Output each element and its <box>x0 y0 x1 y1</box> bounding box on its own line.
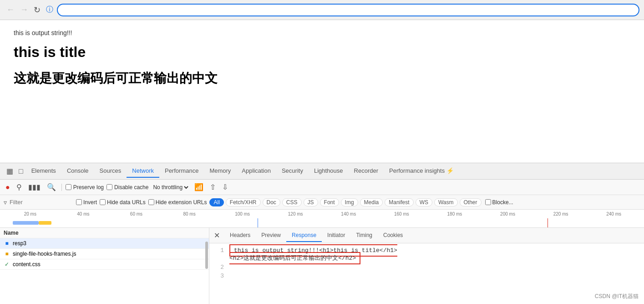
output-string: this is output string!!! <box>14 29 630 36</box>
tab-memory[interactable]: Memory <box>204 165 236 178</box>
name-column-header: Name <box>4 230 19 236</box>
dock-icon[interactable]: ▦ <box>4 165 16 177</box>
back-button[interactable]: ← <box>5 4 16 15</box>
file-list-pane: Name ■ resp3 ■ single-file-hooks-frames.… <box>0 228 209 304</box>
filter-tag-css[interactable]: CSS <box>282 198 302 206</box>
record-button[interactable]: ● <box>4 182 12 192</box>
file-row-hooks-frames[interactable]: ■ single-file-hooks-frames.js <box>0 249 209 259</box>
timeline-bar: 20 ms 40 ms 60 ms 80 ms 100 ms 120 ms 14… <box>0 210 644 228</box>
detail-tab-initiator[interactable]: Initiator <box>322 229 350 242</box>
file-row-resp3[interactable]: ■ resp3 <box>0 238 209 249</box>
filter-tag-wasm[interactable]: Wasm <box>434 198 458 206</box>
filter-tag-fetch-xhr[interactable]: Fetch/XHR <box>226 198 261 206</box>
page-heading: this is title <box>14 44 630 61</box>
throttle-select[interactable]: No throttling Fast 3G Slow 3G <box>151 184 190 191</box>
filter-bar: ▿ Invert Hide data URLs Hide extension U… <box>0 195 644 210</box>
filter-tag-font[interactable]: Font <box>320 198 339 206</box>
timeline-label-80: 80 ms <box>163 211 216 216</box>
response-line-3: 3 <box>215 273 639 279</box>
info-icon: ⓘ <box>46 5 53 15</box>
preserve-log-checkbox[interactable] <box>66 184 71 190</box>
response-line-1: 1 this is output string!!!<h1>this is ti… <box>215 247 639 262</box>
filter-tags: All Fetch/XHR Doc CSS JS Font Img Media … <box>209 198 513 206</box>
devtools-panel: ▦ □ Elements Console Sources Network Per… <box>0 163 644 304</box>
filter-tag-doc[interactable]: Doc <box>263 198 280 206</box>
scrollbar-thumb[interactable] <box>205 242 208 269</box>
invert-checkbox[interactable] <box>76 199 82 205</box>
filter-icon: ▿ <box>4 199 7 206</box>
file-name-hooks-frames: single-file-hooks-frames.js <box>13 251 205 257</box>
timeline-label-120: 120 ms <box>269 211 322 216</box>
filter-tag-other[interactable]: Other <box>460 198 482 206</box>
hide-extension-urls-label[interactable]: Hide extension URLs <box>148 199 207 206</box>
watermark: CSDN @IT机器猫 <box>595 293 639 300</box>
timeline-label-140: 140 ms <box>322 211 375 216</box>
hide-extension-urls-checkbox[interactable] <box>148 199 154 205</box>
browser-chrome: ← → ↻ ⓘ localhost:8080/WebDemo/resp3 <box>0 0 644 20</box>
filter-tag-img[interactable]: Img <box>341 198 358 206</box>
detail-close-button[interactable]: ✕ <box>213 230 221 241</box>
timeline-label-20: 20 ms <box>4 211 57 216</box>
detail-tab-preview[interactable]: Preview <box>256 229 286 242</box>
disable-cache-label[interactable]: Disable cache <box>106 184 148 191</box>
timeline-label-60: 60 ms <box>110 211 163 216</box>
file-icon-content-css: ✓ <box>4 261 10 268</box>
element-picker-icon[interactable]: □ <box>16 165 26 177</box>
response-line-2: 2 <box>215 264 639 271</box>
tab-performance-insights[interactable]: Performance insights ⚡ <box>384 165 459 178</box>
timeline-label-240: 240 ms <box>587 211 640 216</box>
detail-tab-response[interactable]: Response <box>286 229 322 242</box>
file-icon-resp3: ■ <box>4 240 10 247</box>
tab-performance[interactable]: Performance <box>159 165 204 178</box>
tab-network[interactable]: Network <box>127 165 159 178</box>
devtools-main: Name ■ resp3 ■ single-file-hooks-frames.… <box>0 228 644 304</box>
filter-tag-all[interactable]: All <box>209 198 223 206</box>
tab-elements[interactable]: Elements <box>26 165 61 178</box>
filter-input[interactable] <box>10 199 73 206</box>
tab-security[interactable]: Security <box>276 165 309 178</box>
timeline-label-180: 180 ms <box>428 211 482 216</box>
search-button[interactable]: 🔍 <box>45 182 58 192</box>
forward-button[interactable]: → <box>18 4 30 15</box>
blocked-label[interactable]: Blocke... <box>485 199 513 206</box>
invert-label[interactable]: Invert <box>76 199 97 206</box>
filter-tag-js[interactable]: JS <box>304 198 318 206</box>
hide-data-urls-label[interactable]: Hide data URLs <box>100 199 146 206</box>
line-number-3: 3 <box>215 273 224 279</box>
timeline-label-220: 220 ms <box>534 211 588 216</box>
network-toolbar: ● ⚲ ▮▮▮ 🔍 Preserve log Disable cache No … <box>0 180 644 195</box>
timeline-labels: 20 ms 40 ms 60 ms 80 ms 100 ms 120 ms 14… <box>0 211 644 216</box>
filter-toggle-button[interactable]: ▮▮▮ <box>26 182 42 192</box>
reload-button[interactable]: ↻ <box>32 4 42 16</box>
detail-tabs-bar: ✕ Headers Preview Response Initiator Tim… <box>209 228 644 243</box>
response-content: 1 this is output string!!!<h1>this is ti… <box>209 243 644 304</box>
detail-tab-headers[interactable]: Headers <box>224 229 256 242</box>
preserve-log-label[interactable]: Preserve log <box>66 184 104 191</box>
file-row-content-css[interactable]: ✓ content.css <box>0 259 209 270</box>
filter-tag-ws[interactable]: WS <box>416 198 432 206</box>
tab-recorder[interactable]: Recorder <box>349 165 384 178</box>
tab-application[interactable]: Application <box>236 165 276 178</box>
response-code-box: this is output string!!!<h1>this is titl… <box>229 244 397 264</box>
blocked-checkbox[interactable] <box>485 199 491 205</box>
file-name-resp3: resp3 <box>13 240 205 247</box>
tab-console[interactable]: Console <box>61 165 94 178</box>
file-icon-hooks-frames: ■ <box>4 251 10 257</box>
address-bar[interactable]: localhost:8080/WebDemo/resp3 <box>57 4 639 16</box>
file-name-content-css: content.css <box>13 261 205 268</box>
disable-cache-checkbox[interactable] <box>106 184 112 190</box>
clear-button[interactable]: ⚲ <box>15 182 24 192</box>
tab-lighthouse[interactable]: Lighthouse <box>309 165 349 178</box>
upload-icon[interactable]: ⇧ <box>208 182 218 192</box>
detail-tab-timing[interactable]: Timing <box>350 229 378 242</box>
filter-tag-media[interactable]: Media <box>360 198 383 206</box>
download-icon[interactable]: ⇩ <box>220 182 230 192</box>
detail-tab-cookies[interactable]: Cookies <box>378 229 408 242</box>
filter-tag-manifest[interactable]: Manifest <box>385 198 413 206</box>
hide-data-urls-checkbox[interactable] <box>100 199 106 205</box>
wifi-icon[interactable]: 📶 <box>193 182 205 192</box>
toolbar-divider-1 <box>61 184 62 191</box>
tab-sources[interactable]: Sources <box>94 165 127 178</box>
line-number-1: 1 <box>215 247 224 262</box>
timeline-label-40: 40 ms <box>57 211 110 216</box>
